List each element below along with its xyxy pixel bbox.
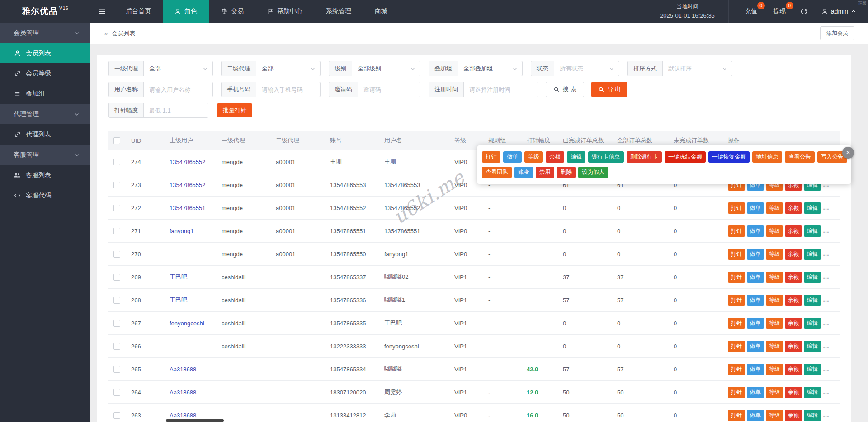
row-action-edit[interactable]: 编辑	[804, 202, 821, 214]
row-action-balance[interactable]: 余额	[785, 295, 802, 306]
level-select[interactable]: 级别全部级别	[329, 61, 420, 76]
parent-user-link[interactable]: Aa318688	[170, 412, 196, 419]
row-checkbox[interactable]	[113, 320, 120, 327]
row-action-balance[interactable]: 余额	[785, 410, 802, 421]
row-action-edit[interactable]: 编辑	[804, 387, 821, 398]
hamburger-icon[interactable]	[90, 0, 114, 23]
row-action-edit[interactable]: 编辑	[804, 364, 821, 375]
popup-action-level[interactable]: 等级	[524, 151, 543, 163]
row-action-make-order[interactable]: 做单	[747, 202, 764, 214]
row-action-level[interactable]: 等级	[766, 364, 783, 375]
nav-item-trade[interactable]: 交易	[209, 0, 255, 23]
popup-action-set-fake-user[interactable]: 设为假人	[578, 167, 608, 178]
row-checkbox[interactable]	[113, 389, 120, 396]
row-action-more[interactable]: …	[823, 365, 830, 372]
popup-action-delete[interactable]: 删除	[557, 167, 576, 178]
row-action-inject[interactable]: 打针	[728, 387, 745, 398]
sidebar-item-member-list[interactable]: 会员列表	[0, 43, 90, 63]
row-action-inject[interactable]: 打针	[728, 295, 745, 306]
popup-action-inject[interactable]: 打针	[482, 151, 500, 163]
row-checkbox[interactable]	[113, 251, 120, 258]
register-time-input[interactable]	[464, 82, 538, 97]
row-checkbox[interactable]	[113, 366, 120, 373]
refresh-icon[interactable]	[800, 8, 808, 15]
popup-action-make-order[interactable]: 做单	[503, 151, 522, 163]
row-action-more[interactable]: …	[823, 319, 830, 326]
row-action-more[interactable]: …	[823, 388, 830, 395]
row-action-make-order[interactable]: 做单	[747, 341, 764, 352]
row-checkbox[interactable]	[113, 205, 120, 211]
row-action-inject[interactable]: 打针	[728, 202, 745, 214]
sidebar-item-support-code[interactable]: 客服代码	[0, 185, 90, 206]
row-checkbox[interactable]	[113, 182, 120, 188]
row-action-make-order[interactable]: 做单	[747, 387, 764, 398]
row-action-balance[interactable]: 余额	[785, 318, 802, 329]
parent-user-link[interactable]: 王巴吧	[170, 296, 187, 303]
row-action-more[interactable]: …	[823, 273, 830, 280]
agent1-select[interactable]: 一级代理全部	[108, 61, 213, 76]
row-checkbox[interactable]	[113, 343, 120, 350]
sort-select[interactable]: 排序方式默认排序	[627, 61, 732, 76]
nav-item-roles[interactable]: 角色	[163, 0, 209, 23]
row-action-more[interactable]: …	[823, 250, 830, 257]
row-action-level[interactable]: 等级	[766, 410, 783, 421]
row-action-inject[interactable]: 打针	[728, 272, 745, 283]
row-action-level[interactable]: 等级	[766, 225, 783, 237]
parent-user-link[interactable]: fanyong1	[170, 228, 194, 234]
withdraw-button[interactable]: 提现 0	[774, 7, 786, 15]
row-action-balance[interactable]: 余额	[785, 364, 802, 375]
row-action-inject[interactable]: 打针	[728, 318, 745, 329]
popup-action-address-info[interactable]: 地址信息	[752, 151, 782, 163]
row-action-level[interactable]: 等级	[766, 387, 783, 398]
row-checkbox[interactable]	[113, 297, 120, 304]
nav-item-mall[interactable]: 商城	[363, 0, 399, 23]
invite-code-input[interactable]	[358, 82, 420, 97]
admin-menu[interactable]: admin	[821, 8, 856, 15]
row-checkbox[interactable]	[113, 412, 120, 419]
row-checkbox[interactable]	[113, 159, 120, 165]
row-action-more[interactable]: …	[823, 204, 830, 211]
nav-item-help-center[interactable]: 帮助中心	[255, 0, 314, 23]
nav-item-system[interactable]: 系统管理	[314, 0, 363, 23]
row-action-inject[interactable]: 打针	[728, 249, 745, 260]
popup-action-delete-bank-card[interactable]: 删除银行卡	[627, 151, 662, 163]
row-action-balance[interactable]: 余额	[785, 341, 802, 352]
batch-inject-button[interactable]: 批量打针	[217, 103, 252, 117]
sidebar-item-support-list[interactable]: 客服列表	[0, 165, 90, 185]
row-action-make-order[interactable]: 做单	[747, 225, 764, 237]
status-select[interactable]: 状态所有状态	[531, 61, 619, 76]
row-action-edit[interactable]: 编辑	[804, 249, 821, 260]
popup-action-view-team[interactable]: 查看团队	[482, 167, 512, 178]
row-action-level[interactable]: 等级	[766, 272, 783, 283]
sidebar-group-agents[interactable]: 代理管理	[0, 104, 90, 124]
row-action-level[interactable]: 等级	[766, 202, 783, 214]
stack-group-select[interactable]: 叠加组全部叠加组	[429, 61, 523, 76]
row-action-make-order[interactable]: 做单	[747, 272, 764, 283]
parent-user-link[interactable]: 13547865551	[170, 205, 206, 211]
popup-action-disable[interactable]: 禁用	[536, 167, 554, 178]
row-checkbox[interactable]	[113, 274, 120, 281]
row-action-edit[interactable]: 编辑	[804, 272, 821, 283]
row-action-inject[interactable]: 打针	[728, 225, 745, 237]
add-member-button[interactable]: 添加会员	[820, 26, 854, 40]
popup-action-restore-amount[interactable]: 一键恢复金额	[708, 151, 750, 163]
popup-action-bank-card-info[interactable]: 银行卡信息	[588, 151, 624, 163]
popup-action-freeze-amount[interactable]: 一键冻结金额	[665, 151, 706, 163]
row-action-edit[interactable]: 编辑	[804, 318, 821, 329]
row-action-make-order[interactable]: 做单	[747, 295, 764, 306]
export-button[interactable]: 导 出	[591, 82, 628, 97]
sidebar-item-stack-group[interactable]: 叠加组	[0, 84, 90, 104]
row-action-make-order[interactable]: 做单	[747, 364, 764, 375]
row-action-inject[interactable]: 打针	[728, 410, 745, 421]
row-action-level[interactable]: 等级	[766, 295, 783, 306]
row-action-level[interactable]: 等级	[766, 341, 783, 352]
row-action-edit[interactable]: 编辑	[804, 225, 821, 237]
username-input[interactable]	[144, 82, 212, 97]
row-action-inject[interactable]: 打针	[728, 364, 745, 375]
search-button[interactable]: 搜 索	[546, 82, 584, 97]
row-action-more[interactable]: …	[823, 296, 830, 303]
parent-user-link[interactable]: Aa318688	[170, 389, 196, 396]
sidebar-group-members[interactable]: 会员管理	[0, 23, 90, 43]
row-action-make-order[interactable]: 做单	[747, 410, 764, 421]
row-action-balance[interactable]: 余额	[785, 202, 802, 214]
